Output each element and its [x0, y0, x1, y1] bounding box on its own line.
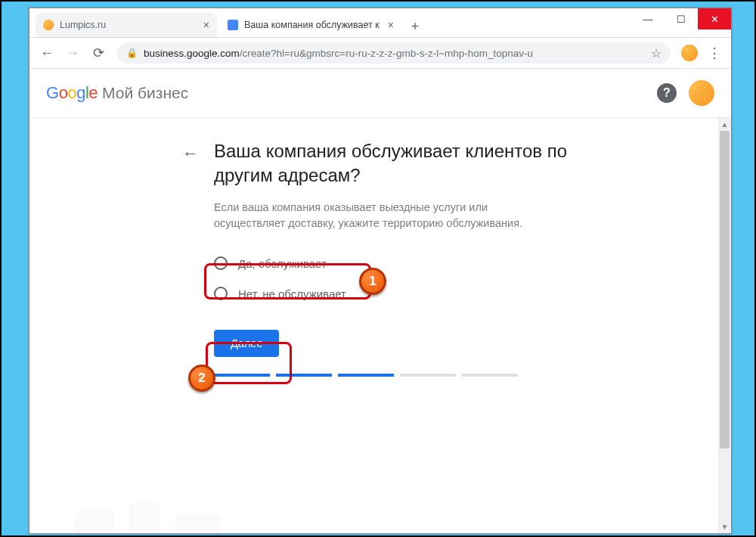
page-content: ← Ваша компания обслуживает клиентов по …	[29, 118, 718, 533]
tab-title: Ваша компания обслуживает к	[244, 20, 383, 30]
annotation-badge-2: 2	[188, 365, 215, 392]
svg-rect-2	[175, 514, 221, 533]
form-description: Если ваша компания оказывает выездные ус…	[214, 200, 531, 231]
radio-icon	[214, 256, 228, 270]
vertical-scrollbar[interactable]: ▲ ▼	[718, 118, 731, 533]
radio-group: Да, обслуживает Нет, не обслуживает	[214, 248, 569, 309]
form-back-button[interactable]: ←	[182, 144, 199, 163]
scroll-thumb[interactable]	[720, 131, 730, 449]
svg-rect-1	[129, 503, 160, 533]
close-tab-icon[interactable]: ×	[388, 19, 394, 31]
radio-option-yes[interactable]: Да, обслуживает	[214, 248, 365, 278]
progress-bar	[214, 374, 569, 377]
form-heading: Ваша компания обслуживает клиентов по др…	[214, 139, 569, 188]
browser-window: Lumpics.ru × Ваша компания обслуживает к…	[29, 8, 732, 534]
tab-google-business[interactable]: Ваша компания обслуживает к ×	[220, 13, 401, 37]
browser-toolbar: ← → ⟳ 🔒 business.google.com/create?hl=ru…	[29, 38, 731, 69]
radio-label-yes: Да, обслуживает	[238, 257, 327, 270]
reload-button[interactable]: ⟳	[87, 42, 110, 64]
scroll-down-icon[interactable]: ▼	[718, 520, 731, 533]
onboarding-form: ← Ваша компания обслуживает клиентов по …	[214, 139, 569, 377]
radio-option-no[interactable]: Нет, не обслуживает	[214, 278, 569, 309]
address-bar[interactable]: 🔒 business.google.com/create?hl=ru&gmbsr…	[117, 42, 671, 64]
maximize-button[interactable]: ☐	[665, 8, 698, 29]
progress-seg	[338, 374, 394, 377]
back-button[interactable]: ←	[36, 42, 58, 64]
window-controls: — ☐ ✕	[631, 8, 731, 29]
forward-button[interactable]: →	[61, 42, 84, 64]
url-text: business.google.com/create?hl=ru&gmbsrc=…	[144, 48, 645, 59]
content-wrap: ← Ваша компания обслуживает клиентов по …	[29, 118, 731, 533]
radio-label-no: Нет, не обслуживает	[238, 287, 346, 300]
tab-title: Lumpics.ru	[60, 20, 199, 30]
lock-icon: 🔒	[126, 48, 138, 58]
next-button[interactable]: Далее	[214, 330, 279, 357]
tab-lumpics[interactable]: Lumpics.ru ×	[36, 13, 217, 37]
close-tab-icon[interactable]: ×	[203, 19, 209, 31]
account-avatar[interactable]	[689, 80, 714, 106]
google-logo: Google	[46, 83, 98, 103]
tab-strip: Lumpics.ru × Ваша компания обслуживает к…	[29, 8, 426, 37]
radio-icon	[214, 287, 228, 300]
close-window-button[interactable]: ✕	[698, 8, 731, 29]
progress-seg	[400, 374, 456, 377]
product-name: Мой бизнес	[102, 84, 188, 102]
progress-seg	[276, 374, 332, 377]
bookmark-star-icon[interactable]: ☆	[651, 46, 662, 61]
new-tab-button[interactable]: +	[404, 16, 426, 37]
extension-orange-icon[interactable]	[681, 45, 698, 61]
orange-favicon-icon	[43, 20, 54, 30]
minimize-button[interactable]: —	[631, 8, 665, 29]
progress-seg	[462, 374, 518, 377]
scroll-up-icon[interactable]: ▲	[718, 118, 731, 131]
help-button[interactable]: ?	[657, 83, 677, 103]
svg-rect-0	[76, 511, 114, 533]
progress-seg	[214, 374, 270, 377]
background-skyline-icon	[29, 495, 718, 533]
browser-menu-button[interactable]: ⋮	[704, 42, 725, 64]
page-header: Google Мой бизнес ?	[29, 69, 731, 118]
gmb-favicon-icon	[228, 20, 238, 30]
title-bar: Lumpics.ru × Ваша компания обслуживает к…	[29, 8, 731, 38]
